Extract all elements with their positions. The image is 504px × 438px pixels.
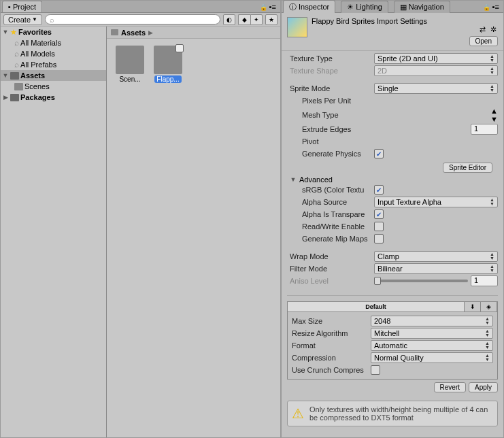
sprite-thumb [154, 46, 182, 74]
expand-icon: ▼ [2, 29, 9, 35]
expand-icon: ▼ [2, 72, 9, 79]
filter-type-icon[interactable]: ◆ [238, 14, 250, 25]
maxsize-dropdown[interactable]: 2048▲▼ [371, 316, 493, 326]
alpha-trans-checkbox[interactable]: ✔ [374, 209, 384, 219]
sprite-mode-dropdown[interactable]: Single▲▼ [374, 83, 498, 94]
sprite-editor-button[interactable]: Sprite Editor [443, 163, 492, 173]
platform-tab-standalone[interactable]: ⬇ [465, 302, 481, 311]
filter-icon[interactable]: ◐ [223, 14, 235, 25]
alpha-trans-label: Alpha Is Transpare [302, 210, 371, 218]
fav-item-materials[interactable]: ⌕ All Materials [1, 37, 106, 48]
srgb-label: sRGB (Color Textu [302, 186, 371, 194]
resize-dropdown[interactable]: Mitchell▲▼ [371, 328, 493, 339]
compression-label: Compression [292, 354, 368, 362]
search-icon: ⌕ [14, 49, 19, 58]
wrap-label: Wrap Mode [290, 252, 371, 260]
search-input[interactable]: ⌕ [45, 14, 220, 24]
sprite-mode-label: Sprite Mode [290, 84, 371, 92]
tab-label: Inspector [299, 3, 329, 11]
fav-label: All Materials [20, 39, 61, 47]
extrude-label: Extrude Edges [302, 125, 371, 133]
assets-root[interactable]: ▼ Assets [1, 70, 106, 81]
star-icon: ★ [10, 28, 17, 37]
compression-dropdown[interactable]: Normal Quality▲▼ [371, 352, 493, 363]
chevron-right-icon: ▶ [148, 29, 153, 36]
assets-item-scenes[interactable]: Scenes [1, 81, 106, 92]
preset-icon[interactable]: ⇄ [477, 25, 487, 35]
srgb-checkbox[interactable]: ✔ [374, 185, 384, 195]
folder-icon [10, 72, 19, 80]
tab-project[interactable]: ▪ Project [2, 1, 42, 12]
info-icon: ⓘ [289, 2, 297, 12]
crunch-checkbox[interactable] [371, 365, 380, 375]
platform-body: Max Size 2048▲▼ Resize Algorithm Mitchel… [287, 312, 498, 380]
texture-shape-dropdown: 2D▲▼ [374, 65, 498, 76]
maxsize-label: Max Size [292, 317, 368, 325]
fav-item-models[interactable]: ⌕ All Models [1, 48, 106, 59]
platform-tabs: Default ⬇ ◈ [287, 301, 498, 312]
inspector-panel: ⓘ Inspector ☀ Lighting ▦ Navigation ▪≡ F… [281, 0, 504, 438]
panel-menu-icon[interactable]: ▪≡ [256, 3, 280, 11]
pivot-label: Pivot [302, 137, 371, 146]
rw-label: Read/Write Enable [302, 222, 371, 231]
tab-inspector[interactable]: ⓘ Inspector [283, 0, 335, 14]
folder-icon: ▪ [8, 3, 11, 11]
breadcrumb[interactable]: Assets ▶ [107, 27, 280, 39]
genphys-checkbox[interactable]: ✔ [374, 149, 384, 158]
save-filter-icon[interactable]: ★ [265, 14, 278, 25]
texture-type-label: Texture Type [290, 54, 371, 63]
tab-label: Navigation [409, 3, 444, 11]
filter-label-icon[interactable]: ✦ [250, 14, 263, 25]
expand-icon: ▶ [2, 94, 9, 101]
texture-type-dropdown[interactable]: Sprite (2D and UI)▲▼ [374, 53, 498, 64]
inspector-header: Flappy Bird Sprites Import Settings ⇄ ✲ … [282, 13, 503, 51]
asset-preview-icon [287, 17, 307, 37]
rw-checkbox[interactable] [374, 222, 384, 231]
scene-label: Scenes [24, 82, 50, 90]
create-button[interactable]: Create ▼ [3, 14, 42, 25]
project-tree: ▼ ★ Favorites ⌕ All Materials ⌕ All Mode… [1, 27, 107, 437]
filter-dropdown[interactable]: Bilinear▲▼ [374, 263, 498, 274]
fav-label: All Models [20, 50, 55, 58]
mipmap-checkbox[interactable] [374, 234, 384, 243]
project-panel: ▪ Project ▪≡ Create ▼ ⌕ ◐ ◆ ✦ ★ ▼ ★ Favo… [0, 0, 281, 438]
wrap-dropdown[interactable]: Clamp▲▼ [374, 251, 498, 262]
asset-grid[interactable]: Scen... Flapp... [107, 39, 280, 437]
warning-icon: ⚠ [292, 406, 304, 421]
mesh-type-label: Mesh Type [302, 111, 371, 119]
packages-root[interactable]: ▶ Packages [1, 92, 106, 103]
project-content: Assets ▶ Scen... Flapp... [107, 27, 280, 437]
folder-icon [10, 94, 19, 101]
extrude-field[interactable]: 1 [471, 124, 498, 135]
panel-menu-icon[interactable]: ▪≡ [479, 3, 503, 11]
open-button[interactable]: Open [469, 36, 498, 46]
asset-scenes[interactable]: Scen... [114, 46, 146, 83]
fav-item-prefabs[interactable]: ⌕ All Prefabs [1, 59, 106, 70]
genphys-label: Generate Physics [302, 150, 371, 158]
crunch-label: Use Crunch Compres [292, 366, 368, 374]
sun-icon: ☀ [347, 3, 354, 12]
format-dropdown[interactable]: Automatic▲▼ [371, 340, 493, 351]
inspector-tabbar: ⓘ Inspector ☀ Lighting ▦ Navigation ▪≡ [282, 1, 503, 13]
platform-tab-default[interactable]: Default [288, 302, 465, 311]
create-label: Create [8, 16, 31, 24]
favorites-root[interactable]: ▼ ★ Favorites [1, 27, 106, 37]
platform-tab-android[interactable]: ◈ [481, 302, 497, 311]
tab-navigation[interactable]: ▦ Navigation [394, 1, 450, 13]
alpha-source-label: Alpha Source [302, 198, 371, 206]
alpha-source-dropdown[interactable]: Input Texture Alpha▲▼ [374, 197, 498, 207]
asset-label: Flapp... [154, 75, 181, 83]
apply-button[interactable]: Apply [469, 382, 498, 392]
search-icon: ⌕ [14, 38, 19, 48]
asset-flappy-sprites[interactable]: Flapp... [152, 46, 184, 83]
dropdown-icon: ▼ [32, 16, 37, 22]
tab-lighting[interactable]: ☀ Lighting [341, 1, 388, 13]
advanced-foldout[interactable]: ▼ Advanced [290, 175, 498, 184]
aniso-label: Aniso Level [290, 277, 371, 285]
revert-button[interactable]: Revert [434, 382, 466, 392]
texture-shape-label: Texture Shape [290, 67, 371, 75]
warning-text: Only textures with width/height being mu… [309, 405, 493, 422]
fav-label: All Prefabs [20, 61, 56, 69]
advanced-label: Advanced [299, 175, 333, 184]
gear-icon[interactable]: ✲ [488, 25, 498, 35]
